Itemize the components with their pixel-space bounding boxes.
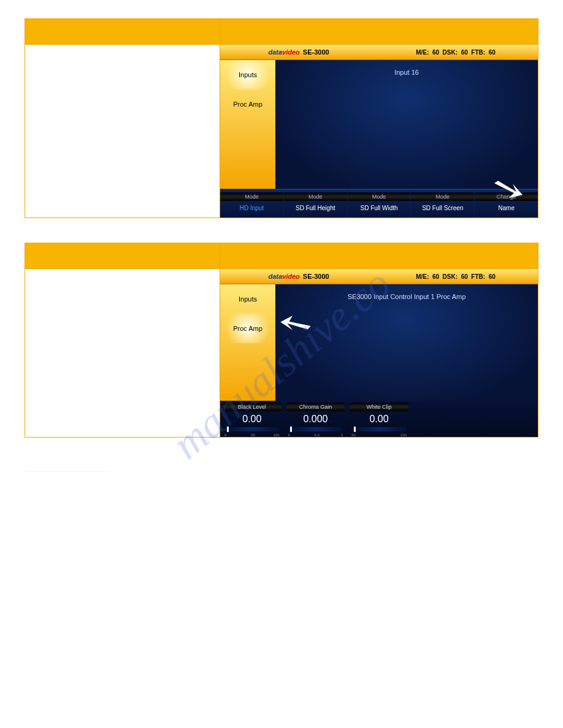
proc-cell-empty-1 xyxy=(411,401,475,433)
proc-label: Chroma Gain xyxy=(286,403,345,411)
slider-tick-mid: 55 xyxy=(251,433,255,437)
bottom-cell-sd-full-screen[interactable]: Mode SD Full Screen xyxy=(411,190,475,218)
slider-tick-max: 1 xyxy=(341,433,343,437)
switcher-body: Inputs Proc Amp SE3000 Input Control Inp… xyxy=(220,284,538,401)
logo-model: SE-3000 xyxy=(303,273,329,280)
status-ftb-label: FTB: xyxy=(471,273,485,280)
proc-cell-chroma-gain[interactable]: Chroma Gain 0.000 0 0.5 1 xyxy=(284,401,348,433)
section-1-table: datavideo SE-3000 M/E: 60 DSK: 60 FTB: 6… xyxy=(25,18,538,218)
status-ftb-value: 60 xyxy=(489,273,496,280)
section-2-right-cell: datavideo SE-3000 M/E: 60 DSK: 60 FTB: 6… xyxy=(220,269,538,438)
section-1-header-right xyxy=(220,19,538,45)
proc-label: White Clip xyxy=(350,403,408,411)
status-dsk-value: 60 xyxy=(461,49,468,56)
proc-value: 0.00 xyxy=(223,411,282,426)
proc-cell-empty-2 xyxy=(474,401,538,433)
bottom-cell-hd-input[interactable]: Mode HD Input xyxy=(220,190,284,218)
main-area: SE3000 Input Control Input 1 Proc Amp xyxy=(275,284,538,401)
sidebar-item-procamp[interactable]: Proc Amp xyxy=(220,89,275,119)
sidebar-item-procamp[interactable]: Proc Amp xyxy=(220,314,275,343)
slider-tick-mid: 0.5 xyxy=(315,433,320,437)
switcher-status: M/E: 60 DSK: 60 FTB: 60 xyxy=(377,49,538,56)
bottom-cell-sd-full-width[interactable]: Mode SD Full Width xyxy=(348,190,412,218)
bottom-label: Mode xyxy=(284,192,347,201)
status-me-label: M/E: xyxy=(416,49,429,56)
switcher-logo: datavideo SE-3000 xyxy=(220,48,377,56)
sidebar: Inputs Proc Amp xyxy=(220,60,275,189)
proc-label: Black Level xyxy=(223,403,282,411)
status-dsk-label: DSK: xyxy=(443,273,458,280)
bottom-cell-change-name[interactable]: Change Name xyxy=(475,190,538,218)
logo-video: video xyxy=(282,48,300,56)
status-me-label: M/E: xyxy=(416,273,429,280)
section-2-left-cell xyxy=(25,269,220,438)
sidebar-item-inputs[interactable]: Inputs xyxy=(220,60,275,89)
switcher-screenshot-1: datavideo SE-3000 M/E: 60 DSK: 60 FTB: 6… xyxy=(220,45,538,218)
slider-tick-min: 50 xyxy=(351,433,356,437)
section-2-table: datavideo SE-3000 M/E: 60 DSK: 60 FTB: 6… xyxy=(25,243,538,438)
switcher-screenshot-2: datavideo SE-3000 M/E: 60 DSK: 60 FTB: 6… xyxy=(220,269,538,437)
bottom-label: Mode xyxy=(220,192,283,201)
bottom-value: SD Full Width xyxy=(348,205,411,211)
switcher-logo: datavideo SE-3000 xyxy=(220,273,377,280)
slider-tick-min: 0 xyxy=(288,433,290,437)
logo-data: data xyxy=(268,48,282,56)
logo-model: SE-3000 xyxy=(303,48,329,56)
bottom-value: Name xyxy=(475,205,538,211)
section-2-header-right xyxy=(220,243,538,269)
slider-tick-max: 100 xyxy=(274,433,280,437)
bottom-cell-sd-full-height[interactable]: Mode SD Full Height xyxy=(284,190,348,218)
sidebar: Inputs Proc Amp xyxy=(220,284,275,401)
section-1-header-left xyxy=(25,19,220,45)
proc-slider[interactable]: 50 100 xyxy=(351,427,407,431)
proc-value: 0.000 xyxy=(286,411,345,426)
slider-tick-min: 0 xyxy=(224,433,226,437)
main-area: Input 16 xyxy=(275,60,538,189)
bottom-value: HD Input xyxy=(220,205,283,211)
faint-link[interactable] xyxy=(25,464,110,472)
proc-slider[interactable]: 0 0.5 1 xyxy=(288,427,343,431)
main-title: Input 16 xyxy=(275,69,538,76)
bottom-label: Mode xyxy=(348,192,411,201)
arrow-icon xyxy=(280,311,313,336)
section-1-right-cell: datavideo SE-3000 M/E: 60 DSK: 60 FTB: 6… xyxy=(220,45,538,218)
switcher-title-bar: datavideo SE-3000 M/E: 60 DSK: 60 FTB: 6… xyxy=(220,45,538,60)
status-me-value: 60 xyxy=(432,49,439,56)
logo-data: data xyxy=(268,273,282,280)
status-ftb-label: FTB: xyxy=(471,49,485,56)
bottom-label: Mode xyxy=(411,192,474,201)
switcher-body: Inputs Proc Amp Input 16 xyxy=(220,60,538,189)
svg-marker-1 xyxy=(280,312,312,336)
proc-cell-black-level[interactable]: Black Level 0.00 0 55 100 xyxy=(220,401,284,433)
bottom-row: Mode HD Input Mode SD Full Height Mode S… xyxy=(220,189,538,218)
status-dsk-label: DSK: xyxy=(443,49,458,56)
logo-video: video xyxy=(282,273,300,280)
switcher-title-bar: datavideo SE-3000 M/E: 60 DSK: 60 FTB: 6… xyxy=(220,269,538,284)
proc-row: Black Level 0.00 0 55 100 Chroma Gain 0.… xyxy=(220,401,538,437)
switcher-status: M/E: 60 DSK: 60 FTB: 60 xyxy=(377,273,538,280)
bottom-label: Change xyxy=(475,192,538,201)
sidebar-item-inputs[interactable]: Inputs xyxy=(220,284,275,314)
bottom-value: SD Full Height xyxy=(284,205,347,211)
status-dsk-value: 60 xyxy=(461,273,468,280)
section-1-left-cell xyxy=(25,45,220,218)
proc-value: 0.00 xyxy=(350,411,408,426)
proc-slider[interactable]: 0 55 100 xyxy=(224,427,280,431)
status-me-value: 60 xyxy=(432,273,439,280)
section-2-header-left xyxy=(25,243,220,269)
status-ftb-value: 60 xyxy=(489,49,496,56)
bottom-value: SD Full Screen xyxy=(411,205,474,211)
slider-tick-max: 100 xyxy=(400,433,407,437)
main-title: SE3000 Input Control Input 1 Proc Amp xyxy=(275,293,538,300)
proc-cell-white-clip[interactable]: White Clip 0.00 50 100 xyxy=(347,401,411,433)
